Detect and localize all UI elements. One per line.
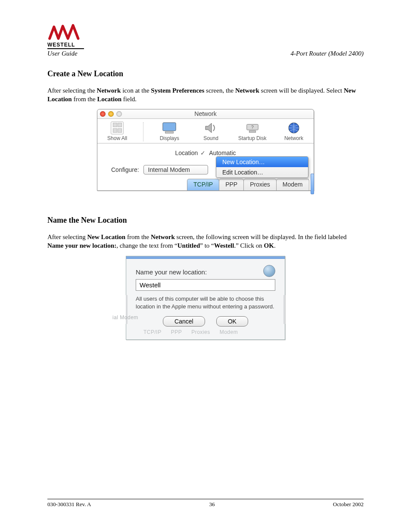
location-value: Automatic: [209, 149, 236, 156]
brand-name: WESTELL: [47, 42, 364, 48]
pref-sound[interactable]: Sound: [195, 121, 226, 141]
dialog-top-accent: [126, 256, 285, 259]
pref-show-all[interactable]: Show All: [102, 121, 133, 141]
toolbar-separator: [143, 122, 143, 141]
westell-w-icon: [47, 24, 84, 41]
footer-right: October 2002: [333, 501, 364, 508]
window-title: Network: [97, 110, 314, 117]
svg-rect-1: [165, 131, 174, 133]
tab-ppp[interactable]: PPP: [219, 179, 244, 190]
cancel-button[interactable]: Cancel: [163, 316, 205, 327]
tab-tcpip[interactable]: TCP/IP: [187, 179, 219, 190]
network-icon: [286, 121, 301, 134]
display-icon: [162, 121, 177, 134]
prefs-toolbar: Show All Displays Sound ? Startup Disk: [97, 119, 314, 143]
pref-displays-label: Displays: [160, 135, 179, 141]
location-name-input[interactable]: [136, 279, 275, 291]
sound-icon: [204, 121, 218, 134]
checkmark-icon: ✓: [200, 149, 206, 156]
pref-startup-disk[interactable]: ? Startup Disk: [237, 121, 268, 141]
location-label: Location: [175, 149, 198, 156]
tab-modem[interactable]: Modem: [276, 179, 309, 190]
location-menu-new[interactable]: New Location…: [216, 157, 308, 167]
location-row[interactable]: Location ✓ Automatic: [102, 149, 309, 156]
network-globe-icon: [263, 265, 275, 277]
ghost-right: [283, 295, 285, 324]
ghost-tab-modem: Modem: [220, 329, 238, 335]
show-all-icon: [111, 121, 124, 134]
name-location-dialog: Name your new location: All users of thi…: [126, 256, 285, 340]
section1-paragraph: After selecting the Network icon at the …: [47, 86, 364, 104]
location-menu-edit[interactable]: Edit Location…: [216, 167, 308, 177]
svg-rect-0: [163, 122, 176, 131]
name-location-note: All users of this computer will be able …: [136, 295, 275, 310]
ghost-tab-ppp: PPP: [171, 329, 182, 335]
section2-title: Name the New Location: [47, 216, 364, 225]
pref-startup-disk-label: Startup Disk: [238, 135, 266, 141]
ghost-tab-proxies: Proxies: [191, 329, 210, 335]
ghost-tab-tcpip: TCP/IP: [143, 329, 162, 335]
scrollbar-handle[interactable]: [311, 174, 314, 194]
section2-paragraph: After selecting New Location from the Ne…: [47, 233, 364, 250]
startup-disk-icon: ?: [245, 121, 260, 134]
header-left: User Guide: [47, 50, 78, 57]
pref-network-label: Network: [284, 135, 303, 141]
brand-logo: WESTELL: [47, 24, 364, 49]
footer-center: 36: [209, 501, 215, 508]
location-dropdown[interactable]: New Location… Edit Location…: [216, 156, 308, 178]
ghost-tabs: TCP/IP PPP Proxies Modem: [143, 329, 275, 335]
pref-sound-label: Sound: [203, 135, 218, 141]
name-location-prompt: Name your new location:: [136, 268, 275, 276]
configure-select[interactable]: Internal Modem: [143, 165, 208, 174]
network-preferences-window: Network Show All Displays Sound: [97, 109, 314, 191]
ok-button[interactable]: OK: [216, 316, 248, 327]
ghost-config-label: ial Modem: [112, 314, 138, 320]
svg-rect-4: [249, 131, 255, 132]
window-titlebar[interactable]: Network: [97, 109, 314, 119]
header-right: 4-Port Router (Model 2400): [290, 50, 364, 57]
brand-underline: [47, 48, 84, 49]
pref-show-all-label: Show All: [107, 135, 127, 141]
footer-separator: [47, 499, 364, 499]
footer-left: 030-300331 Rev. A: [47, 501, 91, 508]
network-tabs: TCP/IP PPP Proxies Modem: [187, 179, 309, 190]
svg-text:?: ?: [251, 124, 254, 129]
pref-network[interactable]: Network: [278, 121, 309, 141]
pref-displays[interactable]: Displays: [154, 121, 185, 141]
configure-label: Configure:: [111, 166, 139, 173]
tab-proxies[interactable]: Proxies: [243, 179, 277, 190]
section1-title: Create a New Location: [47, 69, 364, 78]
